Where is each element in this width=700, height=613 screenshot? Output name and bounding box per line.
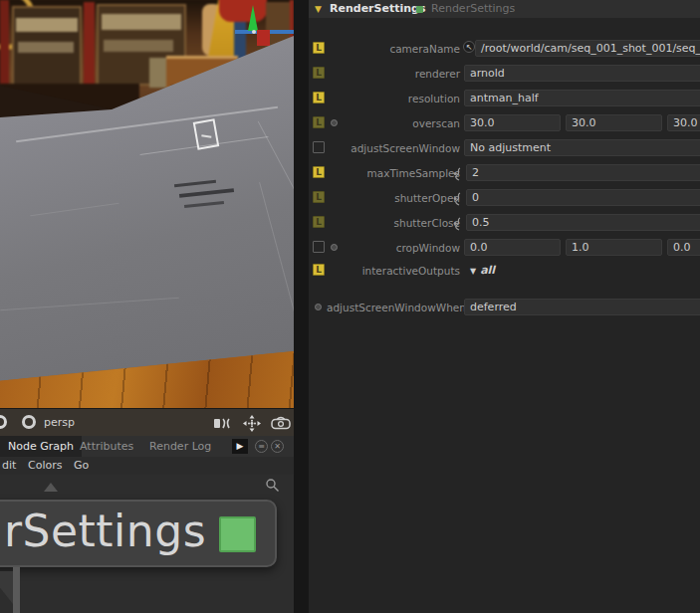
node-view-flag[interactable] — [219, 516, 256, 552]
tab-render-log[interactable]: Render Log — [141, 436, 219, 457]
param-label: maxTimeSamples — [327, 167, 460, 179]
cameraName-field[interactable]: /root/world/cam/seq_001_shot_001/seq_001… — [475, 40, 700, 57]
local-state-badge[interactable]: L — [313, 42, 325, 54]
shutterClose-field[interactable]: 0.5 — [466, 214, 700, 231]
node-name-title[interactable]: RenderSettings — [330, 2, 425, 15]
state-dot-icon[interactable] — [315, 304, 322, 310]
local-state-badge[interactable]: L — [313, 216, 325, 228]
local-state-badge[interactable]: L — [313, 116, 325, 128]
panel-tab-bar: Node Graph Attributes Render Log ▶ ≡ ✕ — [0, 436, 294, 457]
node-graph-menubar: dit Colors Go — [0, 457, 294, 475]
param-row-cropWindow: cropWindow 0.0 1.0 0.0 — [309, 239, 700, 257]
viewer-3d-canvas[interactable] — [0, 0, 294, 408]
photo-red-pillar-left — [0, 0, 9, 92]
katana-window: persp Node Graph Attributes Render Log ▶… — [0, 0, 700, 613]
param-row-renderer: L renderer arnold — [309, 65, 700, 83]
photo-red-pillar-mid — [84, 2, 95, 92]
camera-name-label[interactable]: persp — [44, 416, 75, 429]
photo-strip — [18, 42, 74, 53]
param-label: overscan — [327, 117, 460, 129]
default-state-badge[interactable] — [313, 241, 325, 253]
adjustScreenWindow-dropdown[interactable]: No adjustment — [464, 139, 700, 156]
pane-divider[interactable] — [294, 0, 309, 613]
photo-red-flag — [257, 30, 270, 46]
cropWindow-field-2[interactable]: 0.0 — [667, 239, 700, 256]
menu-edit-truncated[interactable]: dit — [2, 459, 16, 472]
param-label: interactiveOutputs — [327, 265, 460, 277]
tab-overflow-icon[interactable]: ▶ — [232, 439, 248, 454]
overscan-field-1[interactable]: 30.0 — [566, 114, 662, 131]
param-row-adjustScreenWindowWhen: adjustScreenWindowWhen deferred — [309, 299, 700, 316]
param-label: adjustScreenWindow — [327, 142, 460, 154]
param-label: renderer — [327, 68, 460, 80]
gizmo-center-dot — [252, 30, 256, 34]
pan-move-icon[interactable] — [243, 415, 261, 436]
photo-strip — [16, 18, 78, 32]
param-label: resolution — [327, 93, 460, 104]
param-row-interactiveOutputs: L interactiveOutputs ▼all — [309, 262, 700, 280]
param-row-shutterClose: L shutterClose 0.5 — [309, 214, 700, 232]
tab-node-graph[interactable]: Node Graph — [0, 436, 82, 457]
search-icon[interactable] — [265, 478, 280, 497]
node-graph-canvas[interactable]: rSettings — [0, 475, 294, 613]
node-input-port-icon[interactable] — [44, 483, 58, 492]
param-row-maxTimeSamples: L maxTimeSamples 2 — [309, 164, 700, 182]
render-settings-node[interactable]: rSettings — [0, 500, 277, 567]
local-state-badge[interactable]: L — [313, 264, 325, 276]
param-label: shutterOpen — [327, 192, 460, 204]
pane-menu-icon[interactable]: ≡ — [255, 440, 268, 453]
value-slider-icon[interactable] — [453, 216, 462, 230]
parameters-panel: ▼ RenderSettings RenderSettings L camera… — [309, 0, 700, 613]
collapse-triangle-icon[interactable]: ▼ — [315, 4, 322, 14]
camera-view-icon[interactable] — [271, 415, 291, 434]
interactiveOutputs-popup[interactable]: ▼all — [470, 264, 495, 277]
parameters-header: ▼ RenderSettings RenderSettings — [309, 0, 700, 18]
flipbook-icon[interactable] — [213, 415, 233, 434]
node-title: rSettings — [4, 506, 206, 556]
shutterOpen-field[interactable]: 0 — [466, 189, 700, 206]
param-row-resolution: L resolution antman_half — [309, 90, 700, 107]
node-type-subtitle: RenderSettings — [431, 2, 515, 15]
cropWindow-field-1[interactable]: 1.0 — [566, 239, 662, 256]
photo-strip — [102, 14, 181, 30]
pane-close-icon[interactable]: ✕ — [271, 440, 284, 453]
tab-attributes[interactable]: Attributes — [72, 436, 141, 457]
value-slider-icon[interactable] — [453, 191, 462, 205]
menu-go[interactable]: Go — [74, 459, 89, 472]
resolution-field[interactable]: antman_half — [464, 90, 700, 106]
interactiveOutputs-value: all — [480, 264, 495, 277]
value-slider-icon[interactable] — [453, 166, 462, 180]
cropWindow-field-0[interactable]: 0.0 — [464, 239, 561, 256]
param-row-adjustScreenWindow: adjustScreenWindow No adjustment — [309, 139, 700, 157]
local-state-badge[interactable]: L — [313, 67, 325, 79]
selection-marker-dash — [201, 134, 211, 137]
param-row-shutterOpen: L shutterOpen 0 — [309, 189, 700, 207]
gizmo-green-cone[interactable] — [248, 5, 258, 31]
adjustScreenWindowWhen-dropdown[interactable]: deferred — [464, 299, 700, 315]
viewer-toolbar: persp — [0, 408, 294, 436]
param-label: cropWindow — [327, 242, 460, 254]
menu-colors[interactable]: Colors — [28, 459, 62, 472]
param-row-cameraName: L cameraName ↖ /root/world/cam/seq_001_s… — [309, 40, 700, 58]
param-label: adjustScreenWindowWhen — [327, 302, 460, 313]
camera-select-icon[interactable] — [22, 415, 36, 429]
dropdown-triangle-icon: ▼ — [470, 267, 476, 276]
node-connection-wire[interactable] — [13, 567, 20, 613]
local-state-badge[interactable]: L — [313, 166, 325, 178]
node-status-dot — [416, 6, 423, 13]
overscan-field-0[interactable]: 30.0 — [464, 114, 561, 131]
maxTimeSamples-field[interactable]: 2 — [466, 164, 700, 181]
photo-strip — [104, 40, 173, 52]
selection-marker-square[interactable] — [193, 118, 220, 149]
renderer-field[interactable]: arnold — [464, 65, 700, 82]
link-arrow-icon[interactable]: ↖ — [463, 41, 475, 53]
local-state-badge[interactable]: L — [313, 92, 325, 103]
param-label: shutterClose — [327, 217, 460, 229]
viewer-option-icon[interactable] — [0, 415, 7, 429]
local-state-badge[interactable]: L — [313, 191, 325, 203]
param-label: cameraName — [327, 43, 460, 55]
overscan-field-2[interactable]: 30.0 — [667, 114, 700, 131]
photo-red-drape — [219, 0, 267, 22]
default-state-badge[interactable] — [313, 141, 325, 153]
param-row-overscan: L overscan 30.0 30.0 30.0 — [309, 114, 700, 132]
